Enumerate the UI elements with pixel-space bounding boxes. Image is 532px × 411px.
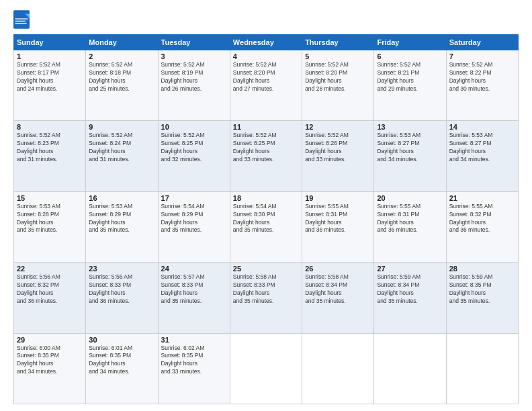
day-cell-15: 15Sunrise: 5:53 AMSunset: 8:28 PMDayligh… [14,191,86,262]
svg-rect-2 [15,18,28,19]
day-number: 16 [89,194,154,202]
day-number: 18 [233,194,299,202]
day-cell-1: 1Sunrise: 5:52 AMSunset: 8:17 PMDaylight… [14,50,86,121]
day-info: Sunrise: 6:02 AMSunset: 8:35 PMDaylight … [161,345,227,377]
day-cell-29: 29Sunrise: 6:00 AMSunset: 8:35 PMDayligh… [14,333,86,404]
day-cell-20: 20Sunrise: 5:55 AMSunset: 8:31 PMDayligh… [374,191,446,262]
day-cell-31: 31Sunrise: 6:02 AMSunset: 8:35 PMDayligh… [158,333,230,404]
day-header-saturday: Saturday [446,35,518,50]
header-row: SundayMondayTuesdayWednesdayThursdayFrid… [14,35,519,50]
day-cell-22: 22Sunrise: 5:56 AMSunset: 8:32 PMDayligh… [14,263,86,333]
day-number: 13 [377,123,443,131]
day-info: Sunrise: 5:52 AMSunset: 8:25 PMDaylight … [233,132,299,164]
day-info: Sunrise: 5:52 AMSunset: 8:18 PMDaylight … [89,61,154,93]
day-cell-2: 2Sunrise: 5:52 AMSunset: 8:18 PMDaylight… [86,50,158,121]
day-number: 28 [449,265,515,273]
day-cell-11: 11Sunrise: 5:52 AMSunset: 8:25 PMDayligh… [230,121,302,191]
day-info: Sunrise: 5:54 AMSunset: 8:30 PMDaylight … [233,203,299,235]
day-cell-3: 3Sunrise: 5:52 AMSunset: 8:19 PMDaylight… [158,50,230,121]
day-info: Sunrise: 5:56 AMSunset: 8:33 PMDaylight … [89,273,154,306]
day-info: Sunrise: 5:56 AMSunset: 8:32 PMDaylight … [17,273,83,306]
day-info: Sunrise: 5:52 AMSunset: 8:24 PMDaylight … [89,132,154,164]
day-info: Sunrise: 5:52 AMSunset: 8:17 PMDaylight … [17,61,83,93]
day-cell-25: 25Sunrise: 5:58 AMSunset: 8:33 PMDayligh… [230,263,302,333]
day-cell-27: 27Sunrise: 5:59 AMSunset: 8:34 PMDayligh… [374,263,446,333]
day-number: 31 [161,336,227,344]
day-cell-16: 16Sunrise: 5:53 AMSunset: 8:29 PMDayligh… [86,191,158,262]
day-header-wednesday: Wednesday [230,35,302,50]
day-header-friday: Friday [374,35,446,50]
day-number: 7 [449,52,515,60]
day-info: Sunrise: 5:53 AMSunset: 8:27 PMDaylight … [449,132,515,164]
day-number: 12 [305,123,371,131]
day-number: 15 [17,194,83,202]
logo [13,10,32,29]
day-number: 8 [17,123,83,131]
svg-rect-3 [15,21,26,22]
day-cell-28: 28Sunrise: 5:59 AMSunset: 8:35 PMDayligh… [446,263,518,333]
day-info: Sunrise: 5:52 AMSunset: 8:23 PMDaylight … [17,132,83,164]
day-cell-10: 10Sunrise: 5:52 AMSunset: 8:25 PMDayligh… [158,121,230,191]
day-header-sunday: Sunday [14,35,86,50]
day-cell-7: 7Sunrise: 5:52 AMSunset: 8:22 PMDaylight… [446,50,518,121]
day-cell-12: 12Sunrise: 5:52 AMSunset: 8:26 PMDayligh… [302,121,374,191]
day-info: Sunrise: 5:58 AMSunset: 8:33 PMDaylight … [233,273,299,306]
day-number: 23 [89,265,154,273]
day-number: 9 [89,123,154,131]
day-info: Sunrise: 5:52 AMSunset: 8:20 PMDaylight … [233,61,299,93]
day-cell-19: 19Sunrise: 5:55 AMSunset: 8:31 PMDayligh… [302,191,374,262]
day-cell-18: 18Sunrise: 5:54 AMSunset: 8:30 PMDayligh… [230,191,302,262]
day-info: Sunrise: 5:59 AMSunset: 8:34 PMDaylight … [377,273,443,306]
week-row-3: 15Sunrise: 5:53 AMSunset: 8:28 PMDayligh… [14,191,519,262]
day-number: 1 [17,52,83,60]
day-cell-5: 5Sunrise: 5:52 AMSunset: 8:20 PMDaylight… [302,50,374,121]
day-cell-21: 21Sunrise: 5:55 AMSunset: 8:32 PMDayligh… [446,191,518,262]
day-number: 11 [233,123,299,131]
day-number: 10 [161,123,227,131]
header [13,10,519,29]
day-number: 30 [89,336,154,344]
calendar-table: SundayMondayTuesdayWednesdayThursdayFrid… [13,34,519,404]
day-number: 27 [377,265,443,273]
day-number: 4 [233,52,299,60]
day-info: Sunrise: 5:55 AMSunset: 8:31 PMDaylight … [377,203,443,235]
day-cell-6: 6Sunrise: 5:52 AMSunset: 8:21 PMDaylight… [374,50,446,121]
day-number: 6 [377,52,443,60]
day-info: Sunrise: 5:55 AMSunset: 8:31 PMDaylight … [305,203,371,235]
day-info: Sunrise: 5:55 AMSunset: 8:32 PMDaylight … [449,203,515,235]
day-info: Sunrise: 5:57 AMSunset: 8:33 PMDaylight … [161,273,227,306]
day-header-thursday: Thursday [302,35,374,50]
day-number: 26 [305,265,371,273]
day-number: 5 [305,52,371,60]
day-header-tuesday: Tuesday [158,35,230,50]
day-info: Sunrise: 5:58 AMSunset: 8:34 PMDaylight … [305,273,371,306]
day-number: 20 [377,194,443,202]
day-info: Sunrise: 5:53 AMSunset: 8:29 PMDaylight … [89,203,154,235]
day-info: Sunrise: 5:54 AMSunset: 8:29 PMDaylight … [161,203,227,235]
day-number: 2 [89,52,154,60]
week-row-1: 1Sunrise: 5:52 AMSunset: 8:17 PMDaylight… [14,50,519,121]
day-info: Sunrise: 5:53 AMSunset: 8:28 PMDaylight … [17,203,83,235]
day-cell-13: 13Sunrise: 5:53 AMSunset: 8:27 PMDayligh… [374,121,446,191]
day-number: 25 [233,265,299,273]
day-info: Sunrise: 6:01 AMSunset: 8:35 PMDaylight … [89,345,154,377]
day-info: Sunrise: 5:52 AMSunset: 8:21 PMDaylight … [377,61,443,93]
week-row-4: 22Sunrise: 5:56 AMSunset: 8:32 PMDayligh… [14,263,519,333]
day-info: Sunrise: 5:52 AMSunset: 8:26 PMDaylight … [305,132,371,164]
day-header-monday: Monday [86,35,158,50]
day-number: 17 [161,194,227,202]
week-row-2: 8Sunrise: 5:52 AMSunset: 8:23 PMDaylight… [14,121,519,191]
day-cell-23: 23Sunrise: 5:56 AMSunset: 8:33 PMDayligh… [86,263,158,333]
day-cell-24: 24Sunrise: 5:57 AMSunset: 8:33 PMDayligh… [158,263,230,333]
day-info: Sunrise: 5:52 AMSunset: 8:25 PMDaylight … [161,132,227,164]
day-cell-17: 17Sunrise: 5:54 AMSunset: 8:29 PMDayligh… [158,191,230,262]
empty-cell [302,333,374,404]
day-number: 14 [449,123,515,131]
day-info: Sunrise: 5:52 AMSunset: 8:20 PMDaylight … [305,61,371,93]
week-row-5: 29Sunrise: 6:00 AMSunset: 8:35 PMDayligh… [14,333,519,404]
logo-icon [13,10,30,29]
day-cell-14: 14Sunrise: 5:53 AMSunset: 8:27 PMDayligh… [446,121,518,191]
day-info: Sunrise: 5:53 AMSunset: 8:27 PMDaylight … [377,132,443,164]
day-info: Sunrise: 5:59 AMSunset: 8:35 PMDaylight … [449,273,515,306]
empty-cell [446,333,518,404]
